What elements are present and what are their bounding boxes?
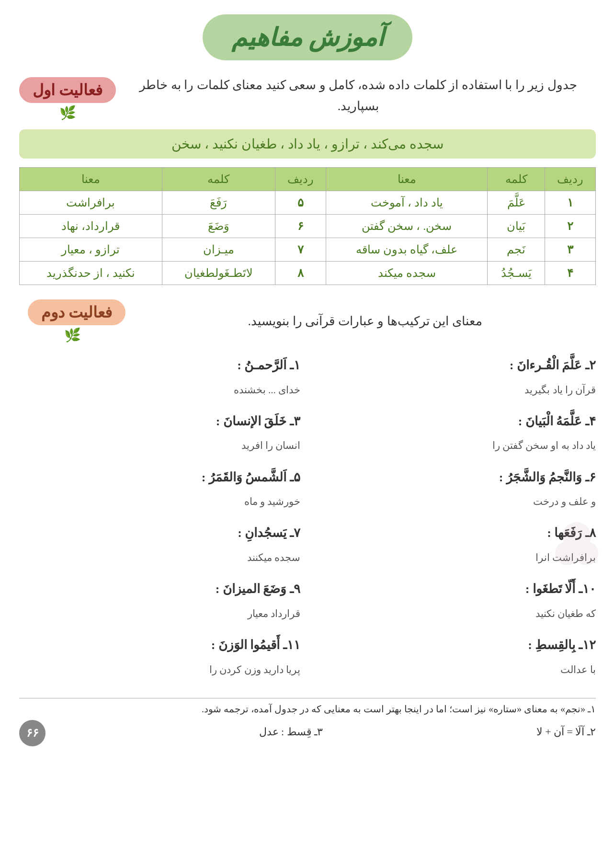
activity1-badge: فعالیت اول — [19, 77, 116, 103]
phrases-right-col: ۲ـ عَلَّمَ الْقُـرءانَ : قرآن را یاد بگی… — [315, 353, 596, 688]
col-header-radif2: ردیف — [275, 168, 326, 191]
activity1-badge-wrapper: فعالیت اول 🌿 — [19, 77, 116, 121]
meaning1-cell: علف، گیاه بدون ساقه — [326, 238, 488, 262]
arabic-phrase: ۱۱ـ أَقیمُوا الوَزنَ : — [211, 638, 300, 652]
header-title: آموزش مفاهیم — [231, 24, 384, 51]
radif1-cell: ۱ — [545, 191, 595, 215]
footer-note3: ۳ـ قِسط : عدل — [259, 726, 323, 738]
word-strip: سجده می‌کند ، ترازو ، یاد داد ، طغیان نک… — [19, 129, 596, 159]
activity1-instruction: جدول زیر را با استفاده از کلمات داده شده… — [116, 75, 596, 117]
translation-text: خورشید و ماه — [244, 496, 301, 507]
footer-row: ۲ـ آلَا = آن + لا ۳ـ قِسط : عدل ۶۶ — [19, 718, 596, 746]
header-banner: آموزش مفاهیم — [19, 14, 596, 60]
word1-cell: عَلَّمَ — [488, 191, 545, 215]
meaning2-cell: نکنید ، از حدنگذرید — [20, 262, 162, 285]
arabic-phrase: ۵ـ اَلشَّمسُ وَالقَمَرُ : — [202, 470, 300, 484]
phrase-block-right: ۱۰ـ أَلّا تَطغَوا : که طغیان نکنید — [315, 576, 596, 625]
translation-text: یاد داد به او سخن گفتن را — [492, 440, 596, 451]
phrase-block-left: ۵ـ اَلشَّمسُ وَالقَمَرُ : خورشید و ماه — [19, 465, 300, 513]
translation-text: با عدالت — [560, 664, 596, 675]
radif2-cell: ۸ — [275, 262, 326, 285]
col-header-maana2: معنا — [20, 168, 162, 191]
leaf-icon: 🌿 — [19, 105, 116, 121]
arabic-phrase: ۴ـ عَلَّمَهُ الْبَیانَ : — [518, 414, 596, 428]
footer-note2: ۲ـ آلَا = آن + لا — [536, 726, 596, 738]
arabic-phrase: ۹ـ وَضَعَ المیزانَ : — [216, 582, 300, 596]
arabic-phrase: ۱۰ـ أَلّا تَطغَوا : — [525, 582, 596, 596]
col-header-kaleme1: کلمه — [488, 168, 545, 191]
page-number: ۶۶ — [19, 720, 46, 746]
phrase-block-left: ۳ـ خَلَقَ الإنسانَ : انسان را افرید — [19, 409, 300, 457]
col-header-kaleme2: کلمه — [162, 168, 275, 191]
radif1-cell: ۴ — [545, 262, 595, 285]
activity2-badge: فعالیت دوم — [28, 299, 125, 325]
arabic-phrase: ۸ـ رَفَعَها : — [547, 526, 596, 540]
translation-text: سجده میکنند — [247, 552, 300, 563]
phrase-block-left: ۷ـ یَسجُدانِ : سجده میکنند — [19, 520, 300, 569]
activity1-section: جدول زیر را با استفاده از کلمات داده شده… — [19, 75, 596, 121]
header-oval: آموزش مفاهیم — [203, 14, 412, 60]
footer-note1: ۱ـ «نجم» به معنای «ستاره» نیز است؛ اما د… — [19, 703, 596, 715]
arabic-phrase: ۶ـ وَالنَّجمُ وَالشَّجَرُ : — [499, 470, 596, 484]
translation-text: انسان را افرید — [241, 440, 301, 451]
activity2-phrases: ۲ـ عَلَّمَ الْقُـرءانَ : قرآن را یاد بگی… — [19, 353, 596, 688]
meaning2-cell: ترازو ، معیار — [20, 238, 162, 262]
word2-cell: لاتَطـغَولطغیان — [162, 262, 275, 285]
col-header-maana1: معنا — [326, 168, 488, 191]
table-row: ۳ نَجم علف، گیاه بدون ساقه ۷ میـزان تراز… — [20, 238, 596, 262]
meaning2-cell: قرارداد، نهاد — [20, 215, 162, 238]
radif2-cell: ۵ — [275, 191, 326, 215]
phrase-block-left: ۱۱ـ أَقیمُوا الوَزنَ : پریا دارید وزن کر… — [19, 632, 300, 681]
word1-cell: بَیان — [488, 215, 545, 238]
arabic-phrase: ۱۲ـ بِالقِسطِ : — [528, 638, 596, 652]
meaning1-cell: سخن. ، سخن گفتن — [326, 215, 488, 238]
phrase-block-right: ۱۲ـ بِالقِسطِ : با عدالت — [315, 632, 596, 681]
word2-cell: وَضَعَ — [162, 215, 275, 238]
arabic-phrase: ۳ـ خَلَقَ الإنسانَ : — [216, 414, 300, 428]
word2-cell: میـزان — [162, 238, 275, 262]
meaning1-cell: سجده میکند — [326, 262, 488, 285]
phrase-block-right: ۸ـ رَفَعَها : برافراشت انرا — [315, 520, 596, 569]
col-header-radif1: ردیف — [545, 168, 595, 191]
meaning2-cell: برافراشت — [20, 191, 162, 215]
translation-text: قرارداد معیار — [248, 608, 300, 619]
footer: ۱ـ «نجم» به معنای «ستاره» نیز است؛ اما د… — [19, 698, 596, 746]
phrase-block-right: ۴ـ عَلَّمَهُ الْبَیانَ : یاد داد به او س… — [315, 409, 596, 457]
translation-text: پریا دارید وزن کردن را — [209, 664, 300, 675]
radif2-cell: ۷ — [275, 238, 326, 262]
phrase-block-right: ۲ـ عَلَّمَ الْقُـرءانَ : قرآن را یاد بگی… — [315, 353, 596, 401]
radif1-cell: ۲ — [545, 215, 595, 238]
phrase-block-right: ۶ـ وَالنَّجمُ وَالشَّجَرُ : و علف و درخت — [315, 465, 596, 513]
phrase-block-left: ۹ـ وَضَعَ المیزانَ : قرارداد معیار — [19, 576, 300, 625]
word1-cell: نَجم — [488, 238, 545, 262]
arabic-phrase: ۲ـ عَلَّمَ الْقُـرءانَ : — [510, 358, 596, 372]
arabic-phrase: ۱ـ اَلرَّحمـنُ : — [237, 358, 300, 372]
activity2-badge-wrapper: فعالیت دوم 🌿 — [19, 299, 125, 343]
phrases-left-col: ۱ـ اَلرَّحمـنُ : خدای ... بخشنده ۳ـ خَلَ… — [19, 353, 300, 688]
table-row: ۲ بَیان سخن. ، سخن گفتن ۶ وَضَعَ قرارداد… — [20, 215, 596, 238]
vocabulary-table: ردیف کلمه معنا ردیف کلمه معنا ۱ عَلَّمَ … — [19, 167, 596, 285]
table-row: ۴ یَسـجُدُ سجده میکند ۸ لاتَطـغَولطغیان … — [20, 262, 596, 285]
activity2-instruction: معنای این ترکیب‌ها و عبارات قرآنی را بنو… — [134, 314, 596, 329]
translation-text: قرآن را یاد بگیرید — [524, 384, 596, 396]
meaning1-cell: یاد داد ، آموخت — [326, 191, 488, 215]
table-row: ۱ عَلَّمَ یاد داد ، آموخت ۵ رَفَعَ برافر… — [20, 191, 596, 215]
translation-text: برافراشت انرا — [535, 552, 596, 563]
activity2-section-header: معنای این ترکیب‌ها و عبارات قرآنی را بنو… — [19, 299, 596, 343]
leaf-icon-2: 🌿 — [19, 327, 125, 343]
page: آموزش مفاهیم جدول زیر را با استفاده از ک… — [0, 0, 615, 868]
phrase-block-left: ۱ـ اَلرَّحمـنُ : خدای ... بخشنده — [19, 353, 300, 401]
word2-cell: رَفَعَ — [162, 191, 275, 215]
radif1-cell: ۳ — [545, 238, 595, 262]
arabic-phrase: ۷ـ یَسجُدانِ : — [238, 526, 300, 540]
translation-text: خدای ... بخشنده — [234, 384, 300, 396]
translation-text: که طغیان نکنید — [535, 608, 596, 619]
radif2-cell: ۶ — [275, 215, 326, 238]
translation-text: و علف و درخت — [533, 496, 596, 507]
word1-cell: یَسـجُدُ — [488, 262, 545, 285]
